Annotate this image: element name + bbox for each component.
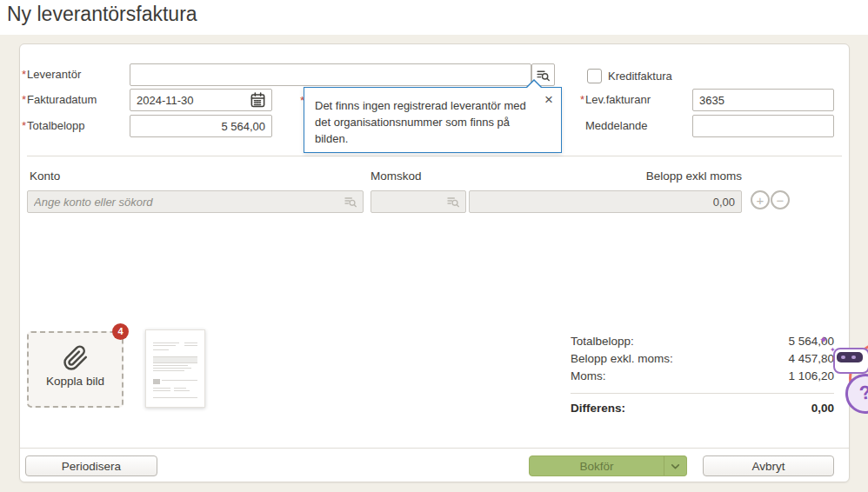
- differens-value: 0,00: [811, 400, 834, 417]
- add-row-button[interactable]: +: [751, 190, 770, 209]
- totals-summary: Totalbelopp: 5 564,00 Belopp exkl. moms:…: [571, 333, 834, 417]
- plus-icon: +: [757, 193, 765, 208]
- total-label: Totalbelopp:: [571, 333, 634, 350]
- meddelande-label: Meddelande: [585, 119, 648, 132]
- total-row: Belopp exkl. moms: 4 457,80: [571, 350, 834, 368]
- total-row: Totalbelopp: 5 564,00: [571, 333, 834, 350]
- kreditfaktura-checkbox[interactable]: [587, 69, 602, 83]
- total-label: Belopp exkl. moms:: [571, 350, 673, 368]
- total-row: Moms: 1 106,20: [571, 368, 834, 385]
- close-icon[interactable]: ×: [544, 94, 553, 106]
- belopp-input[interactable]: [469, 190, 742, 213]
- momskod-lookup-icon[interactable]: [446, 195, 460, 209]
- tooltip-text: Det finns ingen registrerad leverantör m…: [315, 97, 537, 147]
- total-value: 5 564,00: [788, 333, 834, 350]
- page: Ny leverantörsfaktura *Leverantör *Faktu…: [0, 0, 868, 492]
- koppla-bild-label: Koppla bild: [29, 375, 122, 388]
- required-marker: *: [22, 68, 26, 81]
- lev-fakturanr-label: *Lev.fakturanr: [580, 93, 651, 106]
- minus-icon: −: [777, 193, 785, 208]
- paperclip-icon: [29, 345, 122, 371]
- required-marker: *: [22, 93, 26, 106]
- bokfor-dropdown-button[interactable]: [664, 455, 687, 476]
- differens-label: Differens:: [571, 400, 625, 417]
- koppla-bild-dropzone[interactable]: Koppla bild: [27, 331, 124, 408]
- konto-input[interactable]: [27, 190, 364, 213]
- total-label: Moms:: [571, 368, 606, 385]
- bokfor-button[interactable]: Bokför: [529, 455, 664, 476]
- section-divider: [27, 156, 842, 156]
- belopp-column-header: Belopp exkl moms: [469, 170, 742, 183]
- remove-row-button[interactable]: −: [771, 190, 790, 209]
- invoice-thumbnail[interactable]: [145, 329, 205, 408]
- totalbelopp-label: *Totalbelopp: [22, 119, 85, 132]
- total-value: 4 457,80: [788, 350, 834, 368]
- robot-eye-icon: [851, 356, 856, 359]
- totals-divider: [571, 393, 834, 394]
- periodisera-button[interactable]: Periodisera: [25, 455, 157, 476]
- calendar-icon[interactable]: [250, 91, 266, 108]
- invoice-form-panel: *Leverantör *Fakturadatum *Totalbelopp: [19, 43, 850, 482]
- konto-column-header: Konto: [30, 170, 60, 183]
- page-title: Ny leverantörsfaktura: [7, 3, 197, 26]
- momskod-column-header: Momskod: [371, 170, 422, 183]
- avbryt-button[interactable]: Avbryt: [703, 455, 834, 476]
- chevron-down-icon: [670, 461, 681, 472]
- leverantor-label: *Leverantör: [22, 68, 81, 81]
- kreditfaktura-label: Kreditfaktura: [608, 70, 672, 83]
- differens-row: Differens: 0,00: [571, 400, 834, 417]
- attachment-count-badge: 4: [112, 323, 129, 340]
- totalbelopp-input[interactable]: [130, 115, 272, 137]
- required-marker: *: [580, 93, 584, 106]
- required-marker: *: [22, 119, 26, 132]
- supplier-warning-tooltip: Det finns ingen registrerad leverantör m…: [304, 87, 562, 153]
- leverantor-input[interactable]: [130, 63, 531, 86]
- fakturadatum-label: *Fakturadatum: [22, 93, 97, 106]
- meddelande-input[interactable]: [692, 115, 834, 137]
- konto-lookup-icon[interactable]: [344, 195, 357, 209]
- footer-divider: [20, 448, 849, 449]
- total-value: 1 106,20: [788, 368, 834, 385]
- lev-fakturanr-input[interactable]: [692, 89, 834, 111]
